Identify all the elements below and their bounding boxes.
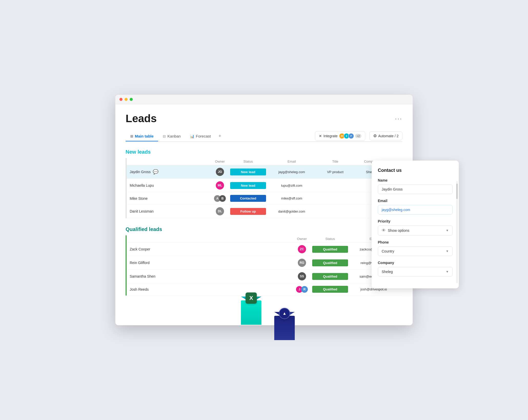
- status-badge: New lead: [230, 182, 266, 189]
- owner-cell: A B: [210, 195, 230, 202]
- contact-panel-title: Contact us: [378, 168, 453, 173]
- table-row[interactable]: Zack Cooper ZC Qualified zackco@sami.com: [127, 243, 402, 256]
- title-cell: VP product: [317, 170, 353, 174]
- tab-main-table[interactable]: ⊞ Main table: [126, 131, 158, 141]
- company-select[interactable]: Sheleg ▼: [378, 267, 453, 277]
- table-row[interactable]: Rein Glifford RG Qualified reing@weiss.c…: [127, 256, 402, 270]
- avatar-count: +2: [355, 134, 361, 138]
- status-badge: Qualified: [312, 273, 348, 280]
- tab-kanban-label: Kanban: [167, 134, 181, 138]
- table-row[interactable]: Jaydin Gross 💬 JG New lead jayg@sheleg.c…: [127, 165, 402, 179]
- envelope-body: [241, 300, 261, 325]
- lead-name: Michaella Lupu: [130, 183, 154, 187]
- integrate-label: Integrate: [323, 134, 338, 138]
- scrollbar-thumb[interactable]: [456, 184, 458, 199]
- integrate-button[interactable]: ✕ Integrate M € P +2: [315, 131, 365, 141]
- close-dot[interactable]: [119, 98, 123, 101]
- col-status: Status: [230, 160, 266, 163]
- priority-label: Priority: [378, 219, 453, 223]
- owner-avatar-2: B: [219, 195, 226, 202]
- owner-cell: RG: [292, 259, 312, 267]
- add-tab-button[interactable]: +: [215, 131, 224, 141]
- col-title: Title: [317, 160, 353, 163]
- automate-icon: ⚙: [373, 133, 377, 138]
- tab-forecast-label: Forecast: [196, 134, 211, 138]
- automate-label: Automate / 2: [378, 134, 399, 138]
- email-input[interactable]: [378, 205, 453, 215]
- owner-cell: ML: [210, 181, 230, 190]
- toolbar-right: ✕ Integrate M € P +2 ⚙ Automate / 2: [315, 131, 402, 141]
- tabs-bar: ⊞ Main table ⊟ Kanban 📊 Forecast + ✕ Int…: [126, 131, 402, 142]
- email-cell: danit@golder.com: [266, 209, 317, 213]
- owner-multi: A B: [214, 195, 226, 202]
- kanban-icon: ⊟: [163, 134, 166, 138]
- qualified-leads-section-label: Qualified leads: [126, 226, 402, 232]
- qualified-leads-header: Owner Status Email: [127, 235, 402, 243]
- page-header: Leads ···: [126, 112, 402, 125]
- priority-placeholder: Show options: [388, 228, 409, 233]
- status-cell: New lead: [230, 182, 266, 189]
- row-name: Michaella Lupu: [130, 183, 210, 187]
- col-name: [130, 160, 210, 163]
- table-row[interactable]: Michaella Lupu ML New lead lupu@zift.com: [127, 179, 402, 192]
- avatar-group: M € P +2: [339, 133, 361, 139]
- status-badge: New lead: [230, 169, 266, 175]
- lead-name: Danit Lessman: [130, 209, 154, 213]
- phone-label: Phone: [378, 240, 453, 244]
- maximize-dot[interactable]: [130, 98, 133, 101]
- table-row[interactable]: Danit Lessman DL Follow up danit@golder.…: [127, 205, 402, 218]
- status-badge: Contacted: [230, 195, 266, 202]
- minimize-dot[interactable]: [125, 98, 128, 101]
- email-cell: jayg@sheleg.com: [266, 170, 317, 174]
- priority-select[interactable]: 👁 Show options ▼: [378, 225, 453, 236]
- lead-name: Josh Reeds: [130, 287, 149, 291]
- tab-kanban[interactable]: ⊟ Kanban: [158, 131, 185, 141]
- automate-button[interactable]: ⚙ Automate / 2: [369, 131, 402, 140]
- blue-envelope: ▲: [274, 312, 295, 340]
- name-label: Name: [378, 178, 453, 182]
- owner-avatar: JG: [216, 168, 224, 176]
- status-cell: Qualified: [312, 286, 348, 293]
- main-content: Leads ··· ⊞ Main table ⊟ Kanban 📊 Foreca…: [115, 104, 413, 312]
- row-name: Josh Reeds: [130, 287, 292, 291]
- lead-name: Rein Glifford: [130, 261, 150, 265]
- col-owner: Owner: [292, 237, 312, 241]
- owner-avatar-2: R: [301, 286, 308, 293]
- status-cell: Qualified: [312, 259, 348, 266]
- chevron-down-icon: ▼: [446, 249, 449, 253]
- row-name: Danit Lessman: [130, 209, 210, 213]
- lead-name: Mike Stone: [130, 196, 148, 201]
- blue-envelope-body: [274, 316, 295, 340]
- table-row[interactable]: Mike Stone A B Contacted mike@sff.com: [127, 192, 402, 205]
- table-row[interactable]: Samantha Shen SS Qualified sam@ecofield.…: [127, 270, 402, 283]
- forecast-icon: 📊: [190, 134, 194, 138]
- row-name: Rein Glifford: [130, 261, 292, 265]
- tab-forecast[interactable]: 📊 Forecast: [185, 131, 215, 141]
- name-input[interactable]: [378, 184, 453, 194]
- owner-cell: J R: [292, 286, 312, 293]
- phone-country-select[interactable]: Country ▼: [378, 246, 453, 256]
- excel-envelope: X: [241, 297, 261, 325]
- new-leads-section-label: New leads: [126, 149, 402, 155]
- status-cell: New lead: [230, 169, 266, 175]
- company-label: Company: [378, 261, 453, 265]
- owner-avatar: SS: [298, 272, 306, 280]
- excel-icon: X: [249, 295, 253, 301]
- email-cell: lupu@zift.com: [266, 184, 317, 187]
- chat-icon: 💬: [153, 169, 158, 175]
- owner-avatar: ZC: [298, 245, 306, 253]
- chevron-down-icon: ▼: [446, 270, 449, 274]
- excel-card: X: [241, 297, 261, 325]
- owner-cell: DL: [210, 207, 230, 215]
- table-row[interactable]: Josh Reeds J R Qualified josh@drivespot.…: [127, 283, 402, 296]
- more-button[interactable]: ···: [395, 115, 402, 122]
- tab-main-table-label: Main table: [135, 134, 154, 138]
- status-cell: Qualified: [312, 273, 348, 280]
- owner-avatar: ML: [216, 181, 224, 190]
- blue-arrow-icon: ▲: [282, 311, 287, 316]
- col-name: [130, 237, 292, 241]
- row-name: Zack Cooper: [130, 247, 292, 251]
- owner-cell: JG: [210, 168, 230, 176]
- grid-icon: ⊞: [130, 134, 133, 138]
- chevron-down-icon: ▼: [446, 229, 449, 232]
